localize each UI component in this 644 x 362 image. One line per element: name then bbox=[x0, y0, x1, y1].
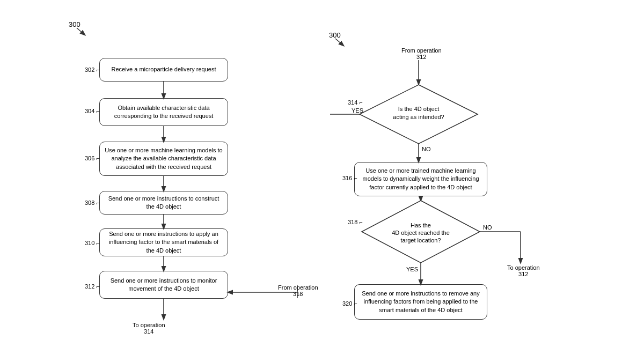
svg-line-29 bbox=[335, 39, 343, 46]
annotation-from-op-318: From operation318 bbox=[278, 284, 318, 297]
svg-text:318 ⌐: 318 ⌐ bbox=[348, 219, 363, 225]
annotation-from-op-312-left: To operation314 bbox=[133, 322, 165, 335]
svg-text:NO: NO bbox=[483, 224, 492, 231]
svg-text:Has the: Has the bbox=[411, 222, 431, 228]
svg-text:acting as intended?: acting as intended? bbox=[393, 114, 444, 120]
flow-arrows: Is the 4D object acting as intended? YES… bbox=[0, 0, 644, 362]
annotation-from-op-312-right: From operation312 bbox=[401, 47, 442, 60]
svg-text:NO: NO bbox=[422, 146, 431, 152]
svg-text:314 ⌐: 314 ⌐ bbox=[348, 99, 363, 106]
svg-text:Is the 4D object: Is the 4D object bbox=[398, 106, 439, 112]
svg-text:YES: YES bbox=[352, 107, 363, 114]
svg-text:YES: YES bbox=[406, 266, 418, 272]
annotation-to-op-312: To operation312 bbox=[507, 264, 540, 277]
svg-text:4D object reached the: 4D object reached the bbox=[392, 230, 450, 236]
diagram-container: 300 300 Receive a microparticle delivery… bbox=[0, 0, 644, 362]
svg-line-28 bbox=[77, 28, 85, 35]
svg-text:target location?: target location? bbox=[400, 237, 441, 243]
